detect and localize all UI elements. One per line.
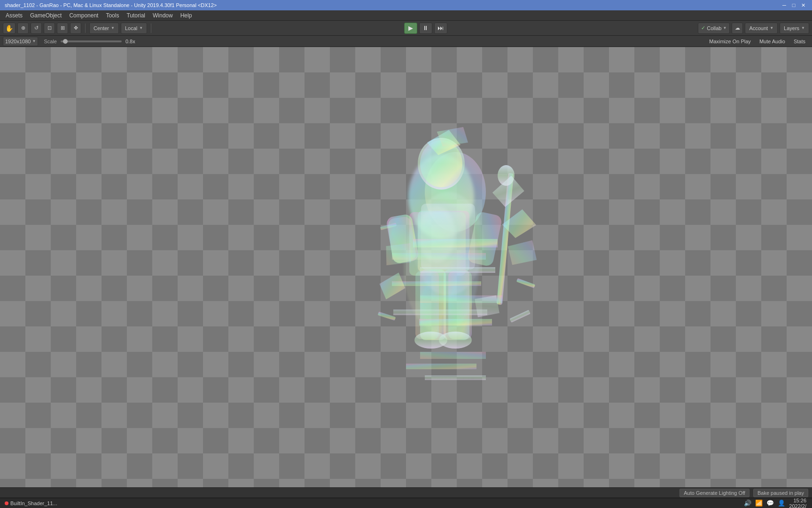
project-tab[interactable]: BuiltIn_Shader_11... [2, 498, 60, 508]
svg-point-17 [439, 332, 472, 349]
svg-marker-27 [489, 173, 527, 209]
svg-marker-29 [378, 272, 406, 300]
taskbar-time: 15:26 2022/2/ [789, 498, 806, 508]
svg-rect-37 [378, 311, 396, 320]
mute-audio-button[interactable]: Mute Audio [756, 37, 789, 46]
record-indicator [5, 501, 8, 505]
toolbar-right: ✓ Collab ▼ ☁ Account ▼ Layers ▼ [698, 23, 809, 34]
play-controls: ▶ ⏸ ⏭ [155, 23, 696, 34]
status-right: Auto Generate Lighting Off Bake paused i… [679, 489, 808, 497]
svg-point-33 [418, 206, 455, 262]
viewport-toolbar: 1920x1080 ▼ Scale 0.8x Maximize On Play … [0, 36, 812, 47]
collab-label: Collab [707, 25, 721, 31]
viewport-right-controls: Maximize On Play Mute Audio Stats [705, 37, 809, 46]
menu-window[interactable]: Window [149, 11, 177, 20]
pivot-local-arrow: ▼ [139, 26, 143, 30]
close-button[interactable]: ✕ [799, 1, 807, 9]
menu-tutorial[interactable]: Tutorial [123, 11, 149, 20]
scale-thumb[interactable] [63, 39, 68, 44]
resolution-selector[interactable]: 1920x1080 ▼ [3, 37, 38, 46]
character-figure [343, 103, 554, 432]
separator-2 [151, 24, 151, 33]
project-name: BuiltIn_Shader_11... [10, 500, 57, 506]
menu-component[interactable]: Component [65, 11, 102, 20]
collab-check-icon: ✓ [701, 25, 705, 31]
tool-move[interactable]: ⊕ [17, 23, 29, 34]
game-viewport[interactable] [0, 47, 812, 487]
play-button[interactable]: ▶ [404, 23, 417, 34]
network-icon[interactable]: 📶 [755, 500, 763, 507]
stats-button[interactable]: Stats [790, 37, 809, 46]
minimize-button[interactable]: ─ [780, 1, 789, 9]
auto-generate-button[interactable]: Auto Generate Lighting Off [679, 489, 750, 497]
pivot-local-label: Local [125, 25, 137, 31]
scale-label: Scale [44, 39, 57, 44]
cloud-icon: ☁ [735, 25, 740, 31]
tool-transform[interactable]: ✥ [70, 23, 81, 34]
status-bar: Auto Generate Lighting Off Bake paused i… [0, 487, 812, 498]
account-label: Account [749, 25, 768, 31]
tool-rotate[interactable]: ↺ [31, 23, 42, 34]
resolution-value: 1920x1080 [5, 39, 31, 44]
resolution-arrow: ▼ [32, 39, 36, 43]
pivot-center-label: Center [94, 25, 109, 31]
tool-scale[interactable]: ⊡ [44, 23, 55, 34]
taskbar: BuiltIn_Shader_11... 🔊 📶 💬 👤 15:26 2022/… [0, 498, 812, 508]
pause-button[interactable]: ⏸ [419, 23, 432, 34]
user-icon[interactable]: 👤 [778, 500, 785, 507]
chat-icon[interactable]: 💬 [766, 500, 774, 507]
step-button[interactable]: ⏭ [434, 23, 447, 34]
svg-rect-34 [516, 278, 535, 288]
account-arrow: ▼ [770, 26, 773, 30]
collab-button[interactable]: ✓ Collab ▼ [698, 23, 730, 34]
svg-marker-26 [505, 237, 539, 268]
speaker-icon[interactable]: 🔊 [744, 500, 751, 507]
separator-1 [85, 24, 86, 33]
svg-rect-39 [406, 364, 476, 369]
title-bar: shader_1102 - GanRao - PC, Mac & Linux S… [0, 0, 812, 10]
menu-help[interactable]: Help [177, 11, 196, 20]
maximize-button[interactable]: □ [789, 1, 798, 9]
menu-assets[interactable]: Assets [2, 11, 26, 20]
tool-hand[interactable]: ✋ [3, 23, 16, 34]
time-value: 15:26 [789, 498, 806, 503]
menu-tools[interactable]: Tools [102, 11, 123, 20]
tool-rect[interactable]: ⊞ [57, 23, 68, 34]
collab-arrow: ▼ [723, 26, 726, 30]
cloud-button[interactable]: ☁ [732, 23, 743, 34]
maximize-on-play-button[interactable]: Maximize On Play [705, 37, 755, 46]
layers-button[interactable]: Layers ▼ [780, 23, 809, 34]
scale-slider[interactable] [61, 40, 122, 42]
pivot-center-arrow: ▼ [111, 26, 115, 30]
pivot-center-button[interactable]: Center ▼ [89, 23, 119, 34]
svg-rect-38 [420, 352, 486, 359]
title-bar-controls: ─ □ ✕ [780, 1, 807, 9]
layers-label: Layers [784, 25, 799, 31]
bake-paused-button[interactable]: Bake paused in play [753, 489, 808, 497]
menu-gameobject[interactable]: GameObject [26, 11, 65, 20]
taskbar-right: 🔊 📶 💬 👤 15:26 2022/2/ [744, 498, 810, 508]
character-svg [343, 103, 554, 432]
layers-arrow: ▼ [801, 26, 805, 30]
account-button[interactable]: Account ▼ [745, 23, 778, 34]
window-title: shader_1102 - GanRao - PC, Mac & Linux S… [5, 2, 217, 8]
pivot-local-button[interactable]: Local ▼ [121, 23, 147, 34]
menu-bar: Assets GameObject Component Tools Tutori… [0, 10, 812, 21]
svg-rect-40 [425, 375, 486, 380]
date-value: 2022/2/ [789, 503, 806, 508]
svg-rect-36 [509, 310, 531, 323]
main-toolbar: ✋ ⊕ ↺ ⊡ ⊞ ✥ Center ▼ Local ▼ ▶ ⏸ ⏭ ✓ Col… [0, 21, 812, 36]
scale-value: 0.8x [125, 39, 135, 44]
